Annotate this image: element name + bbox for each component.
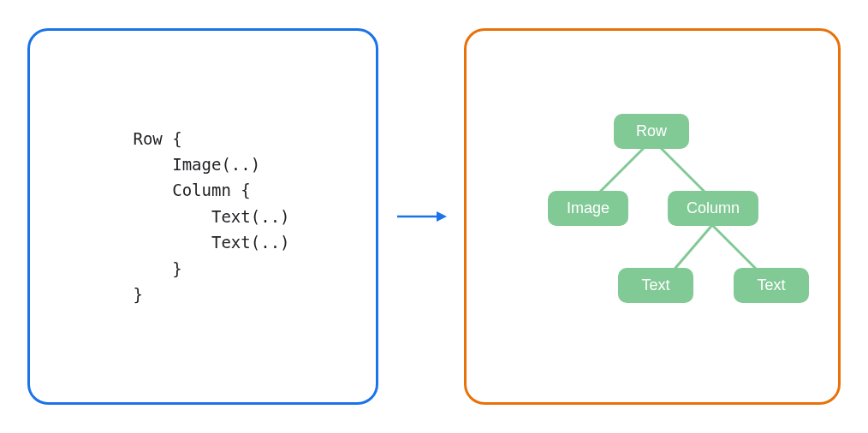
tree-node-text-1: Text xyxy=(618,268,693,303)
code-panel: Row { Image(..) Column { Text(..) Text(.… xyxy=(27,28,378,405)
arrow-icon xyxy=(395,208,447,225)
code-line: Text(..) xyxy=(133,207,289,226)
svg-marker-1 xyxy=(437,211,447,222)
code-line: } xyxy=(133,285,142,304)
code-block: Row { Image(..) Column { Text(..) Text(.… xyxy=(116,126,289,308)
tree-node-column: Column xyxy=(668,191,758,226)
tree-diagram: Row Image Column Text Text xyxy=(481,105,823,328)
tree-panel: Row Image Column Text Text xyxy=(464,28,841,405)
code-line: Row { xyxy=(133,129,181,148)
tree-node-image: Image xyxy=(548,191,628,226)
tree-node-row: Row xyxy=(614,114,689,149)
tree-node-text-2: Text xyxy=(734,268,809,303)
code-line: Text(..) xyxy=(133,233,289,252)
code-line: } xyxy=(133,259,181,278)
code-line: Image(..) xyxy=(133,155,260,174)
code-line: Column { xyxy=(133,181,250,199)
